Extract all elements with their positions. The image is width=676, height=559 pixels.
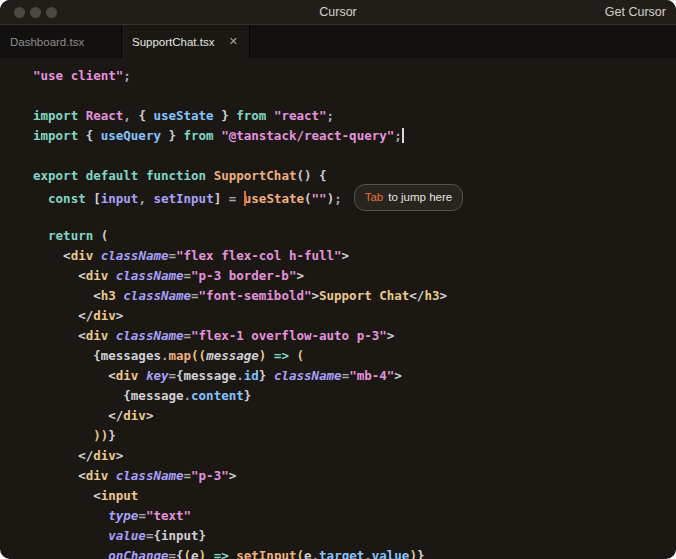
code-token: < — [33, 488, 101, 503]
code-editor[interactable]: "use client";import React, { useState } … — [0, 58, 676, 559]
close-tab-icon[interactable]: ✕ — [228, 36, 239, 47]
code-token: input — [161, 528, 199, 543]
code-token: </ — [33, 448, 93, 463]
code-token: = — [184, 328, 192, 343]
code-token: } — [199, 528, 207, 543]
code-line: <input — [33, 486, 676, 506]
code-token: from — [236, 108, 266, 123]
code-line: <h3 className="font-semibold">Support Ch… — [33, 286, 676, 306]
code-token: ( — [296, 548, 304, 559]
code-token: className — [116, 468, 184, 483]
code-token: { — [176, 548, 184, 559]
code-line: onChange={(e) => setInput(e.target.value… — [33, 546, 676, 559]
code-line: <div className="flex-1 overflow-auto p-3… — [33, 326, 676, 346]
code-token: > — [146, 408, 154, 423]
code-token: < — [33, 268, 86, 283]
code-token: , — [138, 191, 146, 206]
code-line — [33, 206, 676, 226]
code-token: input — [101, 191, 139, 206]
code-token: < — [33, 468, 86, 483]
code-token: > — [342, 248, 350, 263]
text-cursor — [402, 128, 404, 143]
code-token: className — [101, 248, 169, 263]
code-token: [ — [86, 191, 101, 206]
code-token: h3 — [424, 288, 439, 303]
code-token — [78, 168, 86, 183]
code-line: </div> — [33, 406, 676, 426]
code-line: import { useQuery } from "@tanstack/reac… — [33, 126, 676, 146]
code-token: from — [184, 128, 214, 143]
window-title: Cursor — [319, 5, 357, 19]
code-token: { — [131, 108, 154, 123]
code-token: map — [168, 348, 191, 363]
code-token — [93, 248, 101, 263]
code-token: > — [229, 468, 237, 483]
code-token: onChange — [108, 548, 168, 559]
code-token: ) — [199, 548, 207, 559]
code-token: => — [214, 548, 229, 559]
code-token: className — [274, 368, 342, 383]
code-token: value — [372, 548, 410, 559]
code-token: div — [93, 308, 116, 323]
code-token — [33, 428, 93, 443]
code-line: {messages.map((message) => ( — [33, 346, 676, 366]
code-line: "use client"; — [33, 66, 676, 86]
code-token: </ — [33, 308, 93, 323]
code-line: value={input} — [33, 526, 676, 546]
code-token: "@tanstack/react-query" — [221, 128, 394, 143]
code-token: target — [319, 548, 364, 559]
code-token: className — [116, 328, 184, 343]
get-cursor-link[interactable]: Get Cursor — [605, 0, 666, 24]
minimize-window-button[interactable] — [30, 7, 41, 18]
code-token: setInput — [236, 548, 296, 559]
code-token — [138, 368, 146, 383]
code-token: default — [86, 168, 139, 183]
code-token: > — [116, 308, 124, 323]
code-token: } — [161, 128, 184, 143]
code-token: = — [168, 368, 176, 383]
code-token: React — [86, 108, 124, 123]
code-token: . — [236, 368, 244, 383]
code-token — [33, 528, 108, 543]
code-token: div — [93, 448, 116, 463]
code-token: export — [33, 168, 78, 183]
code-token: > — [116, 448, 124, 463]
code-token: e — [191, 548, 199, 559]
code-token: messages — [101, 348, 161, 363]
code-token: => — [274, 348, 289, 363]
code-token: > — [387, 328, 395, 343]
code-token: () { — [296, 168, 326, 183]
code-line: import React, { useState } from "react"; — [33, 106, 676, 126]
code-token: > — [296, 268, 304, 283]
code-line — [33, 146, 676, 166]
code-token: . — [364, 548, 372, 559]
code-token — [78, 108, 86, 123]
code-token: div — [86, 268, 109, 283]
code-line: <div key={message.id} className="mb-4"> — [33, 366, 676, 386]
code-line: <div className="p-3"> — [33, 466, 676, 486]
zoom-window-button[interactable] — [46, 7, 57, 18]
code-token: } — [417, 548, 425, 559]
code-line: const [input, setInput] = useState("");T… — [33, 186, 676, 206]
code-token: } — [259, 368, 274, 383]
code-token: "font-semibold" — [199, 288, 312, 303]
code-token: < — [33, 328, 86, 343]
code-token: ; — [327, 108, 335, 123]
tab-dashboard[interactable]: Dashboard.tsx — [0, 25, 122, 58]
code-token: import — [33, 128, 78, 143]
code-token — [138, 168, 146, 183]
code-line: </div> — [33, 446, 676, 466]
code-token — [236, 191, 244, 206]
code-token: "mb-4" — [349, 368, 394, 383]
code-token: div — [116, 368, 139, 383]
code-token: useQuery — [101, 128, 161, 143]
code-token: id — [244, 368, 259, 383]
code-token: Support Chat — [319, 288, 409, 303]
code-token: , — [123, 108, 131, 123]
code-token: < — [33, 288, 101, 303]
code-token: ( — [184, 548, 192, 559]
close-window-button[interactable] — [14, 7, 25, 18]
tab-supportchat[interactable]: SupportChat.tsx ✕ — [122, 25, 250, 58]
code-token: "p-3 border-b" — [191, 268, 296, 283]
code-token — [33, 228, 48, 243]
